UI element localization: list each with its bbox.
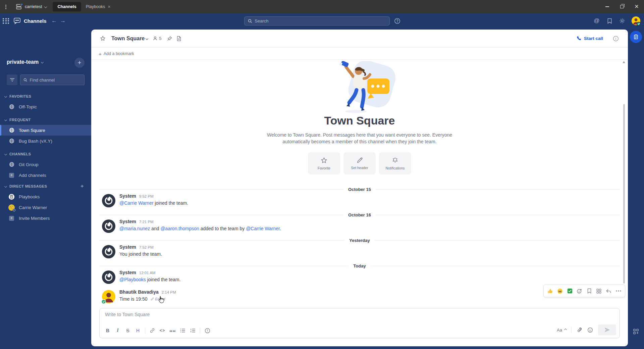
- send-message-button[interactable]: [598, 325, 616, 335]
- mattermost-window: carrietest Channels Playbooks × ✕ Channe…: [0, 0, 644, 349]
- favorite-action-button[interactable]: Favorite: [308, 152, 340, 174]
- channel-files-icon[interactable]: [174, 34, 184, 43]
- channel-intro-illustration: [321, 61, 398, 113]
- channel-info-icon[interactable]: [611, 34, 621, 43]
- message-row[interactable]: System 7:21 PM @maria.nunez and @aaron.t…: [102, 219, 619, 236]
- hide-formatting-icon[interactable]: Aa: [555, 325, 568, 335]
- sidebar-item-carrie-warner[interactable]: Carrie Warner: [0, 202, 91, 213]
- app-menu-icon[interactable]: [0, 0, 11, 13]
- reply-icon[interactable]: [604, 286, 613, 296]
- mention-link[interactable]: @maria.nunez: [119, 226, 150, 231]
- add-channel-button[interactable]: +: [74, 58, 85, 68]
- mention-link[interactable]: @Carrie Warner: [119, 200, 154, 206]
- close-tab-icon[interactable]: ×: [108, 4, 110, 9]
- history-back-icon[interactable]: ←: [50, 16, 59, 26]
- saved-posts-icon[interactable]: [603, 13, 615, 28]
- set-header-action-button[interactable]: Set header: [343, 152, 376, 174]
- message-row[interactable]: System 12:01 AM @Playbooks joined the te…: [102, 270, 619, 287]
- message-row[interactable]: System 9:52 PM @Carrie Warner joined the…: [102, 193, 619, 210]
- settings-gear-icon[interactable]: [616, 13, 628, 28]
- server-icon: [16, 4, 22, 9]
- tab-playbooks[interactable]: Playbooks ×: [81, 2, 115, 11]
- mention-link[interactable]: @aaron.thompson: [160, 226, 199, 231]
- online-status-badge: [637, 22, 641, 26]
- message-apps-icon[interactable]: [594, 286, 603, 296]
- search-input[interactable]: [255, 18, 386, 23]
- find-channel-box[interactable]: [20, 74, 85, 85]
- close-button[interactable]: ✕: [629, 0, 644, 13]
- app-marketplace-icon[interactable]: [631, 327, 641, 336]
- section-frequent[interactable]: FREQUENT: [0, 116, 91, 123]
- attach-file-icon[interactable]: [575, 325, 584, 335]
- section-channels[interactable]: CHANNELS: [0, 150, 91, 158]
- link-icon[interactable]: [148, 326, 157, 335]
- smile-reaction-button[interactable]: [555, 286, 565, 296]
- sidebar-item-playbooks-bot[interactable]: Playbooks: [0, 191, 91, 202]
- emoji-picker-icon[interactable]: [585, 325, 595, 335]
- message-row[interactable]: System 7:52 PM You joined the team.: [102, 244, 619, 261]
- tab-channels[interactable]: Channels: [53, 2, 81, 11]
- add-bookmark-button[interactable]: + Add a bookmark: [99, 51, 134, 57]
- start-call-button[interactable]: Start call: [573, 34, 606, 43]
- message-row-hovered[interactable]: Bhautik Bavadiya 2:14 PM Time is 19:50 E…: [102, 289, 619, 306]
- restore-button[interactable]: [614, 0, 629, 13]
- channel-members-button[interactable]: 5: [153, 36, 161, 41]
- sidebar-item-invite-members[interactable]: + Invite Members: [0, 213, 91, 223]
- quote-icon[interactable]: ““: [168, 326, 177, 335]
- find-channel-input[interactable]: [30, 78, 81, 83]
- scroll-up-arrow[interactable]: [623, 61, 625, 63]
- help-icon[interactable]: [391, 13, 403, 28]
- message-author[interactable]: System: [119, 270, 136, 275]
- search-bar[interactable]: [244, 16, 390, 26]
- mention-link[interactable]: @Playbooks: [119, 277, 146, 282]
- mentions-icon[interactable]: @: [591, 13, 603, 28]
- playbooks-app-icon[interactable]: [630, 31, 642, 43]
- team-name-menu[interactable]: private-team: [7, 59, 39, 65]
- mention-link[interactable]: @Carrie Warner: [246, 226, 280, 231]
- thumbsup-reaction-button[interactable]: [546, 286, 555, 296]
- history-forward-icon[interactable]: →: [59, 16, 67, 26]
- message-composer[interactable]: B I S H <> ““: [99, 308, 620, 338]
- minimize-button[interactable]: [600, 0, 614, 13]
- product-title-label: Channels: [24, 18, 47, 24]
- message-priority-icon[interactable]: [203, 326, 212, 335]
- sidebar-item-add-channels[interactable]: + Add channels: [0, 170, 91, 181]
- more-actions-icon[interactable]: [614, 286, 623, 296]
- notifications-action-button[interactable]: Notifications: [379, 152, 411, 174]
- section-favorites[interactable]: FAVORITES: [0, 93, 91, 100]
- sidebar-item-git-group[interactable]: Git Group: [0, 159, 91, 170]
- save-message-icon[interactable]: [585, 286, 594, 296]
- channel-filter-icon[interactable]: [7, 74, 17, 85]
- user-avatar[interactable]: [102, 290, 115, 303]
- message-text: You joined the team.: [119, 251, 162, 257]
- star-icon: [321, 157, 327, 164]
- code-icon[interactable]: <>: [158, 326, 167, 335]
- sidebar-item-bug-bash[interactable]: Bug Bash (vX.Y): [0, 136, 91, 146]
- numbered-list-icon[interactable]: [188, 326, 198, 335]
- message-author[interactable]: System: [119, 219, 136, 224]
- sidebar-item-off-topic[interactable]: Off-Topic: [0, 101, 91, 112]
- app-bar: [628, 28, 644, 349]
- favorite-star-icon[interactable]: [98, 34, 107, 43]
- server-switcher[interactable]: carrietest: [11, 0, 53, 13]
- scrollbar[interactable]: [623, 104, 625, 284]
- bulleted-list-icon[interactable]: [178, 326, 187, 335]
- product-switcher-icon[interactable]: [0, 13, 12, 28]
- system-avatar: [102, 194, 115, 207]
- message-author[interactable]: System: [119, 193, 136, 199]
- strikethrough-icon[interactable]: S: [123, 326, 132, 335]
- message-input[interactable]: [105, 312, 507, 317]
- message-author[interactable]: Bhautik Bavadiya: [119, 289, 159, 295]
- pinned-posts-icon[interactable]: [165, 34, 174, 43]
- heading-icon[interactable]: H: [133, 326, 143, 335]
- section-direct-messages[interactable]: DIRECT MESSAGES +: [0, 183, 91, 190]
- sidebar-item-town-square[interactable]: Town Square: [0, 125, 91, 136]
- bold-icon[interactable]: B: [103, 326, 112, 335]
- channel-title[interactable]: Town Square: [111, 36, 145, 42]
- check-reaction-button[interactable]: [565, 286, 574, 296]
- message-author[interactable]: System: [119, 244, 136, 250]
- online-status-icon: [101, 299, 106, 304]
- italic-icon[interactable]: I: [113, 326, 122, 335]
- add-reaction-icon[interactable]: [575, 286, 584, 296]
- add-direct-message-icon[interactable]: +: [80, 183, 84, 190]
